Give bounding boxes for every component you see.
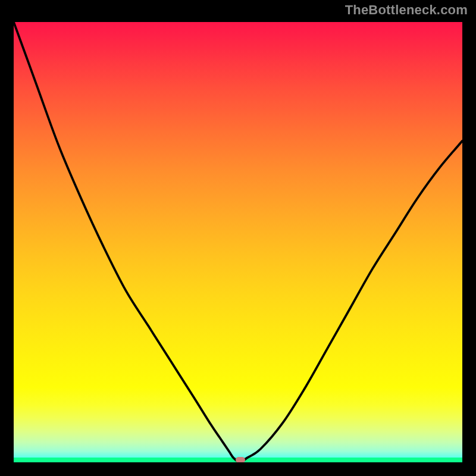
attribution-text: TheBottleneck.com: [345, 2, 468, 18]
optimum-marker: [236, 457, 245, 462]
bottleneck-curve: [14, 22, 462, 462]
plot-border: [11, 19, 465, 465]
plot-area: [14, 22, 462, 462]
curve-svg: [14, 22, 462, 462]
chart-frame: TheBottleneck.com: [0, 0, 476, 476]
